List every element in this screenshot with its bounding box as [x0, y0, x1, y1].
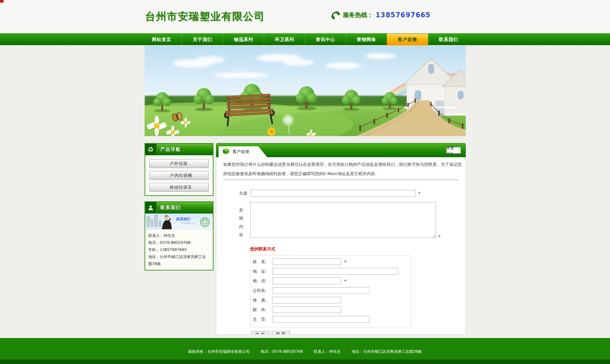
- contact-method-title: 您的联系方式: [250, 246, 458, 252]
- hotline-label: 服务热线：: [343, 11, 373, 19]
- header: 台州市安瑞塑业有限公司 服务热线：: [0, 0, 610, 33]
- submit-button[interactable]: 提 交: [251, 331, 269, 335]
- form-row-fax: 传 真:: [253, 297, 411, 303]
- mail-label: 邮 件:: [253, 307, 272, 313]
- footer-segment: 版权所有：台州市安瑞塑业有限公司: [188, 349, 250, 354]
- contact-info-line: 地址：台州市椒江区洪家兆桥工业园39栋: [148, 253, 210, 267]
- service-hotline: 服务热线： 13857697665: [330, 10, 431, 20]
- address-label: 地 址:: [253, 269, 272, 274]
- contact-info-line: 电话：0576-88029768: [148, 239, 210, 246]
- more-link[interactable]: 更多>>: [446, 147, 461, 154]
- svg-text:Contact us: Contact us: [181, 222, 195, 225]
- feedback-textarea[interactable]: [250, 202, 436, 238]
- footer-segment: 电话：0576-88029768: [261, 349, 303, 354]
- nav-item-sanitation[interactable]: 环卫系列: [264, 34, 305, 45]
- nav-item-feedback[interactable]: 客户反馈: [387, 34, 428, 45]
- required-mark: *: [418, 191, 421, 196]
- product-nav-box: ♻ 产品导航 户外垃圾户内垃圾桶移动垃圾车: [145, 143, 213, 196]
- screen-corner-artifact: [0, 0, 4, 3]
- nav-item-logistics[interactable]: 物流系列: [223, 34, 264, 45]
- banner-image: [145, 46, 466, 136]
- fax-input[interactable]: [272, 297, 341, 303]
- nav-item-marketing[interactable]: 营销网络: [346, 34, 387, 45]
- phone-icon: [330, 10, 341, 20]
- homepage-input[interactable]: [272, 316, 370, 323]
- nav-item-contact[interactable]: 联系我们: [428, 34, 469, 45]
- required-mark: *: [344, 279, 347, 284]
- company-input[interactable]: [272, 287, 370, 294]
- main-nav-list: 网站首页关于我们物流系列环卫系列资讯中心营销网络客户反馈联系我们: [141, 34, 469, 45]
- svg-text:联系我们: 联系我们: [176, 217, 191, 221]
- footer-segment: 联系人：钟先生: [314, 349, 341, 354]
- form-row-company: 公司名:: [253, 287, 411, 294]
- nav-item-news[interactable]: 资讯中心: [305, 34, 346, 45]
- product-nav-list: 户外垃圾户内垃圾桶移动垃圾车: [145, 155, 213, 195]
- required-mark: *: [439, 234, 441, 239]
- name-label: 姓 名:: [253, 259, 272, 265]
- product-nav-title: 产品导航: [157, 147, 181, 152]
- contact-box-title: 联系我们: [157, 205, 181, 211]
- address-input[interactable]: [272, 268, 398, 275]
- form-row-homepage: 主 页:: [253, 316, 411, 323]
- form-row-phone: 电 话:*: [253, 278, 411, 284]
- contact-photo: 联系我们 Contact us: [145, 214, 213, 230]
- homepage-label: 主 页:: [253, 317, 272, 322]
- footer-segment: 地址：台州市椒江区洪家兆桥工业园39栋: [352, 349, 422, 354]
- feedback-intro-text: 如果您对我们有什么好的建议或意见都可以在这里填写，也可把欲订购的产品信息反馈给我…: [223, 160, 462, 178]
- feedback-tab-title: 客户反馈: [233, 149, 249, 155]
- company-label: 公司名:: [253, 288, 272, 294]
- name-input[interactable]: [272, 258, 341, 265]
- sidebar-item-indoor-trash-bin[interactable]: 户内垃圾桶: [149, 171, 209, 180]
- form-row-address: 地 址:: [253, 268, 411, 275]
- contact-info-line: 联系人：钟先生: [148, 232, 210, 239]
- contact-fieldset: 姓 名:*地 址:电 话:*公司名:传 真:邮 件:主 页:: [250, 255, 411, 327]
- subject-input[interactable]: [250, 190, 416, 197]
- contact-info: 联系人：钟先生电话：0576-88029768手机：13857697665地址：…: [145, 230, 213, 270]
- contact-box-header: 联系我们: [145, 202, 213, 214]
- nav-item-home[interactable]: 网站首页: [141, 34, 182, 45]
- globe-graphic: [200, 218, 209, 227]
- main-nav: 网站首页关于我们物流系列环卫系列资讯中心营销网络客户反馈联系我们: [0, 33, 610, 45]
- feedback-tab: 客户反馈: [219, 146, 267, 157]
- sidebar-item-mobile-garbage-cart[interactable]: 移动垃圾车: [149, 183, 209, 192]
- company-title: 台州市安瑞塑业有限公司: [145, 10, 265, 24]
- cube-icon: [222, 148, 230, 156]
- phone-label: 电 话:: [253, 278, 272, 284]
- footer-bottom-strip: [0, 360, 610, 364]
- required-mark: *: [344, 259, 347, 264]
- panel-body: 如果您对我们有什么好的建议或意见都可以在这里填写，也可把欲订购的产品信息反馈给我…: [216, 157, 466, 335]
- phone-input[interactable]: [272, 278, 341, 284]
- nav-item-about[interactable]: 关于我们: [182, 34, 223, 45]
- main-panel: 客户反馈 更多>> 如果您对我们有什么好的建议或意见都可以在这里填写，也可把欲订…: [216, 143, 466, 335]
- mail-input[interactable]: [272, 306, 341, 313]
- sidebar-item-outdoor-trash[interactable]: 户外垃圾: [149, 159, 209, 168]
- feedback-form: 主题 * 反馈内容 * 您的联系方式: [223, 190, 458, 335]
- product-nav-header: ♻ 产品导航: [145, 144, 213, 155]
- person-icon: [145, 202, 157, 214]
- panel-header: 客户反馈 更多>>: [216, 143, 466, 157]
- divider: [223, 179, 458, 180]
- page: 台州市安瑞塑业有限公司 服务热线：: [0, 0, 610, 364]
- form-row-name: 姓 名:*: [253, 258, 411, 265]
- reset-button[interactable]: 重 置: [272, 331, 290, 335]
- subject-label: 主题: [239, 190, 248, 196]
- hotline-number: 13857697665: [376, 11, 431, 19]
- footer: 版权所有：台州市安瑞塑业有限公司电话：0576-88029768联系人：钟先生地…: [0, 338, 610, 364]
- fax-label: 传 真:: [253, 297, 272, 303]
- footer-text: 版权所有：台州市安瑞塑业有限公司电话：0576-88029768联系人：钟先生地…: [0, 338, 610, 354]
- recycle-icon: ♻: [145, 144, 157, 155]
- sidebar: ♻ 产品导航 户外垃圾户内垃圾桶移动垃圾车 联系我们: [145, 143, 213, 271]
- feedback-content-label: 反馈内容: [239, 206, 248, 239]
- contact-info-line: 手机：13857697665: [148, 246, 210, 253]
- contact-box: 联系我们: [145, 201, 213, 271]
- form-row-mail: 邮 件:: [253, 306, 411, 313]
